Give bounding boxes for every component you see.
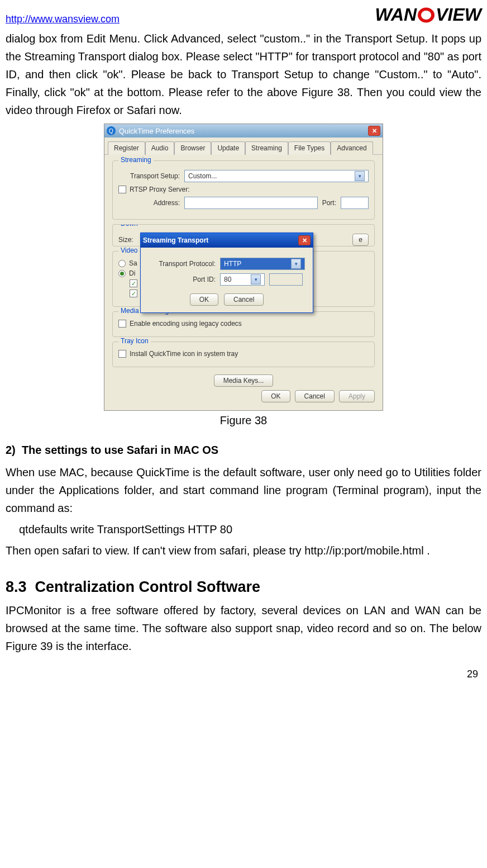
port-id-dropdown[interactable]: 80 ▾: [220, 273, 265, 286]
chevron-down-icon: ▾: [291, 259, 301, 269]
port-label: Port:: [322, 199, 336, 207]
dialog-ok-button[interactable]: OK: [190, 293, 218, 306]
group-title-streaming: Streaming: [118, 156, 154, 164]
port-id-label: Port ID:: [149, 276, 216, 283]
group-streaming: Streaming Transport Setup: Custom... ▾ R…: [112, 160, 375, 220]
transport-protocol-dropdown[interactable]: HTTP ▾: [220, 258, 305, 270]
group-title-video: Video: [118, 246, 140, 254]
cancel-button[interactable]: Cancel: [295, 390, 335, 402]
site-url-link[interactable]: http://www.wansview.com: [6, 13, 120, 25]
port-extra-field: [269, 273, 303, 286]
tab-update[interactable]: Update: [211, 141, 245, 155]
video-safe-label: Sa: [129, 259, 137, 267]
enable-directdraw-checkbox[interactable]: ✓: [130, 279, 137, 287]
tab-strip: Register Audio Browser Update Streaming …: [104, 137, 383, 155]
group-title-tray: Tray Icon: [118, 337, 151, 345]
ok-button[interactable]: OK: [261, 390, 290, 402]
apply-button[interactable]: Apply: [339, 390, 375, 402]
enable-direct3d-checkbox[interactable]: ✓: [130, 290, 137, 297]
address-input[interactable]: [184, 197, 318, 209]
window-title: QuickTime Preferences: [119, 127, 194, 135]
downloads-e-button[interactable]: e: [352, 234, 369, 246]
section-8-3-heading: 8.3 Centralization Control Software: [6, 578, 481, 596]
tab-audio[interactable]: Audio: [145, 141, 175, 155]
dialog-close-button[interactable]: ✕: [298, 235, 311, 245]
tab-browser[interactable]: Browser: [174, 141, 211, 155]
swirl-icon: [418, 7, 435, 22]
section-2-p1: When use MAC, because QuickTime is the d…: [6, 463, 481, 517]
dialog-title: Streaming Transport: [143, 236, 208, 244]
tab-streaming[interactable]: Streaming: [245, 141, 288, 155]
port-input[interactable]: [341, 197, 369, 209]
screenshot-wrap: Q QuickTime Preferences ✕ Register Audio…: [104, 124, 383, 411]
section-2-heading: 2) The settings to use Safari in MAC OS: [6, 444, 481, 457]
figure-caption: Figure 38: [220, 414, 268, 427]
install-tray-label: Install QuickTime icon in system tray: [130, 350, 238, 358]
video-direct-label: Di: [129, 269, 135, 277]
tab-file-types[interactable]: File Types: [288, 141, 331, 155]
group-title-downloads: Down: [118, 224, 140, 227]
window-button-row: OK Cancel Apply: [112, 387, 375, 404]
video-safe-radio[interactable]: [118, 260, 126, 267]
media-keys-button[interactable]: Media Keys...: [214, 374, 274, 387]
dialog-cancel-button[interactable]: Cancel: [224, 293, 264, 306]
group-tray-icon: Tray Icon Install QuickTime icon in syst…: [112, 341, 375, 367]
page-header: http://www.wansview.com WAN VIEW: [6, 0, 481, 26]
dialog-titlebar: Streaming Transport ✕: [141, 233, 313, 248]
address-label: Address:: [118, 199, 180, 207]
figure-38: Q QuickTime Preferences ✕ Register Audio…: [6, 124, 481, 427]
page-number: 29: [6, 655, 481, 684]
section-2-p2: Then open safari to view. If can't view …: [6, 542, 481, 559]
transport-protocol-value: HTTP: [224, 260, 241, 268]
chevron-down-icon: ▾: [355, 171, 365, 181]
group-media-encoding: Media Encoding Enable encoding using leg…: [112, 311, 375, 337]
tab-advanced[interactable]: Advanced: [331, 141, 373, 155]
port-id-value: 80: [224, 276, 231, 283]
rtsp-proxy-label: RTSP Proxy Server:: [130, 186, 190, 193]
section-8-3-paragraph: IPCMonitor is a free software offered by…: [6, 601, 481, 655]
quicktime-icon: Q: [107, 126, 116, 135]
transport-setup-dropdown[interactable]: Custom... ▾: [184, 170, 369, 182]
transport-protocol-label: Transport Protocol:: [149, 260, 216, 268]
size-label: Size:: [118, 236, 141, 244]
transport-setup-label: Transport Setup:: [118, 172, 180, 180]
intro-paragraph: dialog box from Edit Menu. Click Advance…: [6, 30, 481, 119]
transport-setup-value: Custom...: [188, 172, 217, 180]
section-2-command: qtdefaults write TransportSettings HTTP …: [6, 520, 481, 538]
streaming-transport-dialog: Streaming Transport ✕ Transport Protocol…: [140, 233, 313, 313]
install-tray-checkbox[interactable]: [118, 350, 126, 358]
window-titlebar: Q QuickTime Preferences ✕: [104, 124, 383, 137]
rtsp-proxy-checkbox[interactable]: [118, 186, 126, 193]
close-button[interactable]: ✕: [368, 126, 380, 136]
chevron-down-icon: ▾: [251, 274, 261, 284]
logo-left-text: WAN: [375, 4, 417, 25]
legacy-codecs-checkbox[interactable]: [118, 320, 126, 328]
legacy-codecs-label: Enable encoding using legacy codecs: [130, 320, 242, 328]
tab-register[interactable]: Register: [108, 141, 145, 155]
logo-right-text: VIEW: [436, 4, 481, 25]
video-direct-radio[interactable]: [118, 270, 126, 277]
brand-logo: WAN VIEW: [375, 4, 481, 25]
